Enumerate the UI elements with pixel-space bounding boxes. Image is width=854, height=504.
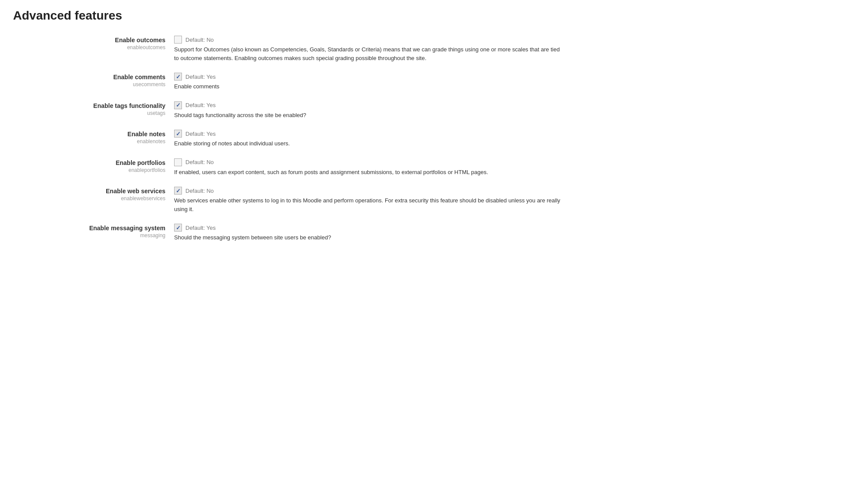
settings-control-col: Default: NoIf enabled, users can export … bbox=[174, 158, 841, 177]
control-row: ✓Default: Yes bbox=[174, 224, 841, 232]
setting-key: enableoutcomes bbox=[13, 44, 165, 50]
control-row: Default: No bbox=[174, 158, 841, 166]
settings-row: Enable commentsusecomments✓Default: YesE… bbox=[13, 73, 841, 91]
setting-description: Enable comments bbox=[174, 82, 566, 91]
settings-container: Enable outcomesenableoutcomesDefault: No… bbox=[13, 36, 841, 242]
enable-portfolios-checkbox[interactable] bbox=[174, 158, 182, 166]
enable-web-services-checkbox[interactable]: ✓ bbox=[174, 187, 182, 195]
settings-control-col: ✓Default: YesEnable storing of notes abo… bbox=[174, 130, 841, 148]
settings-control-col: ✓Default: YesEnable comments bbox=[174, 73, 841, 91]
control-row: ✓Default: No bbox=[174, 187, 841, 195]
settings-control-col: ✓Default: YesShould the messaging system… bbox=[174, 224, 841, 242]
settings-label-col: Enable outcomesenableoutcomes bbox=[13, 36, 174, 50]
setting-name: Enable portfolios bbox=[13, 159, 165, 166]
setting-name: Enable tags functionality bbox=[13, 102, 165, 109]
page-title: Advanced features bbox=[13, 9, 841, 23]
default-text: Default: Yes bbox=[185, 131, 215, 137]
settings-control-col: ✓Default: YesShould tags functionality a… bbox=[174, 101, 841, 120]
default-text: Default: Yes bbox=[185, 74, 215, 80]
enable-tags-checkbox[interactable]: ✓ bbox=[174, 101, 182, 109]
setting-description: Should tags functionality across the sit… bbox=[174, 111, 566, 120]
default-text: Default: No bbox=[185, 37, 214, 43]
setting-key: usecomments bbox=[13, 81, 165, 87]
setting-key: enablenotes bbox=[13, 138, 165, 144]
settings-row: Enable outcomesenableoutcomesDefault: No… bbox=[13, 36, 841, 62]
settings-label-col: Enable commentsusecomments bbox=[13, 73, 174, 87]
settings-label-col: Enable messaging systemmessaging bbox=[13, 224, 174, 239]
enable-comments-checkbox[interactable]: ✓ bbox=[174, 73, 182, 81]
enable-outcomes-checkbox[interactable] bbox=[174, 36, 182, 44]
setting-name: Enable notes bbox=[13, 131, 165, 138]
setting-key: enableportfolios bbox=[13, 167, 165, 173]
setting-name: Enable messaging system bbox=[13, 225, 165, 232]
settings-label-col: Enable tags functionalityusetags bbox=[13, 101, 174, 116]
setting-key: messaging bbox=[13, 232, 165, 239]
setting-name: Enable web services bbox=[13, 188, 165, 195]
control-row: ✓Default: Yes bbox=[174, 73, 841, 81]
enable-notes-checkbox[interactable]: ✓ bbox=[174, 130, 182, 138]
settings-row: Enable notesenablenotes✓Default: YesEnab… bbox=[13, 130, 841, 148]
setting-key: usetags bbox=[13, 110, 165, 116]
setting-description: Enable storing of notes about individual… bbox=[174, 139, 566, 148]
enable-messaging-checkbox[interactable]: ✓ bbox=[174, 224, 182, 232]
settings-row: Enable messaging systemmessaging✓Default… bbox=[13, 224, 841, 242]
default-text: Default: No bbox=[185, 188, 214, 194]
settings-row: Enable portfoliosenableportfoliosDefault… bbox=[13, 158, 841, 177]
control-row: ✓Default: Yes bbox=[174, 130, 841, 138]
settings-control-col: Default: NoSupport for Outcomes (also kn… bbox=[174, 36, 841, 62]
settings-row: Enable web servicesenablewebservices✓Def… bbox=[13, 187, 841, 213]
default-text: Default: No bbox=[185, 159, 214, 165]
setting-key: enablewebservices bbox=[13, 195, 165, 202]
setting-description: Should the messaging system between site… bbox=[174, 233, 566, 242]
settings-control-col: ✓Default: NoWeb services enable other sy… bbox=[174, 187, 841, 213]
setting-description: Support for Outcomes (also known as Comp… bbox=[174, 45, 566, 62]
settings-label-col: Enable portfoliosenableportfolios bbox=[13, 158, 174, 173]
setting-name: Enable outcomes bbox=[13, 37, 165, 44]
setting-description: Web services enable other systems to log… bbox=[174, 196, 566, 213]
control-row: ✓Default: Yes bbox=[174, 101, 841, 109]
settings-row: Enable tags functionalityusetags✓Default… bbox=[13, 101, 841, 120]
settings-label-col: Enable web servicesenablewebservices bbox=[13, 187, 174, 202]
settings-label-col: Enable notesenablenotes bbox=[13, 130, 174, 144]
setting-description: If enabled, users can export content, su… bbox=[174, 168, 566, 177]
control-row: Default: No bbox=[174, 36, 841, 44]
default-text: Default: Yes bbox=[185, 225, 215, 231]
default-text: Default: Yes bbox=[185, 102, 215, 108]
setting-name: Enable comments bbox=[13, 74, 165, 81]
